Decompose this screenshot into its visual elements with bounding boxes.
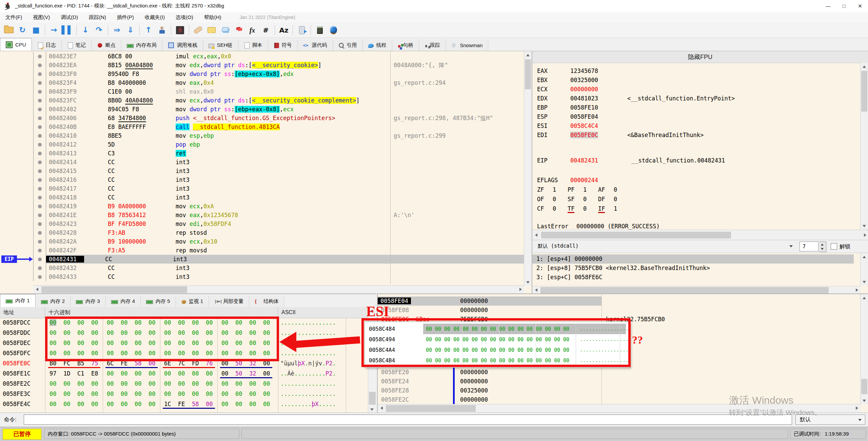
dump-row[interactable]: 0058FE3C00000000000000000000000000000000… [0, 389, 368, 399]
tab-日志[interactable]: 日志 [32, 40, 62, 51]
menu-item[interactable]: 调试(D) [55, 12, 83, 22]
disasm-row[interactable]: 004823F089540D F8mov dword ptr ss:[ebp+e… [33, 70, 524, 78]
disasm-row[interactable]: 00482433CCint3 [33, 272, 524, 281]
disasm-row[interactable]: 004823F9C1E0 00shl eax,0x0 [33, 87, 524, 96]
breakpoint-gutter[interactable] [33, 96, 46, 105]
register-row[interactable]: ESP0058FE04 [532, 113, 861, 122]
args-count-spinner[interactable]: 7 [800, 242, 818, 251]
breakpoint-gutter[interactable] [33, 264, 46, 272]
breakpoint-dot-icon[interactable] [38, 81, 42, 85]
menu-item[interactable]: 文件(F) [0, 12, 27, 22]
menu-item[interactable]: 选项(O) [170, 12, 199, 22]
breakpoint-dot-icon[interactable] [38, 266, 42, 270]
breakpoint-dot-icon[interactable] [38, 72, 42, 76]
globe-icon[interactable] [327, 24, 339, 36]
breakpoint-gutter[interactable] [33, 202, 46, 211]
tab-seh链[interactable]: SEH链 [203, 40, 238, 51]
disasm-row[interactable]: 0048240BE8 BAEFFFFFcall __stdcall_functi… [33, 122, 524, 131]
menu-item[interactable]: 帮助(H) [199, 12, 227, 22]
stack-row[interactable]: 0058FE0800000000 [378, 306, 861, 315]
dump-tab-结构体[interactable]: {结构体 [249, 296, 284, 307]
stack-vscrollbar[interactable] [860, 294, 868, 404]
preferences-icon[interactable] [296, 24, 308, 36]
dump-tab-监视-1[interactable]: 监视 1 [176, 296, 209, 307]
breakpoint-dot-icon[interactable] [38, 205, 42, 208]
breakpoint-dot-icon[interactable] [38, 63, 42, 67]
breakpoint-gutter[interactable] [33, 122, 46, 131]
breakpoint-dot-icon[interactable] [38, 249, 42, 252]
menu-item[interactable]: 插件(P) [112, 12, 139, 22]
hide-fpu-button[interactable]: 隐藏FPU [532, 51, 868, 63]
tab-脚本[interactable]: 脚本 [238, 40, 268, 51]
register-row[interactable]: EBP0058FE10 [532, 104, 861, 113]
run-to-user-code-icon[interactable] [156, 24, 168, 36]
breakpoint-dot-icon[interactable] [38, 240, 42, 244]
register-row[interactable]: ECX00000000 [532, 86, 861, 95]
maximize-button[interactable]: □ [836, 0, 852, 12]
dump-header-address[interactable]: 地址 [0, 307, 45, 318]
breakpoint-dot-icon[interactable] [38, 55, 42, 58]
breakpoint-gutter[interactable] [33, 193, 46, 202]
disasm-row[interactable]: 004823F4B8 04000000mov eax,0x4gs_report.… [33, 78, 524, 87]
registers-vscrollbar[interactable] [860, 63, 868, 230]
stack-row[interactable]: 0058FE2000000000 [378, 368, 861, 377]
register-row[interactable]: EBX00325000 [532, 77, 861, 86]
disasm-row[interactable]: 0048241EB8 78563412mov eax,0x12345678A:'… [33, 211, 524, 219]
comments-icon[interactable] [205, 24, 218, 36]
stack-arg-row[interactable]: 2: [esp+8] 75B5FCB0 <kernel32.BaseThread… [532, 264, 854, 273]
breakpoint-dot-icon[interactable] [38, 160, 42, 164]
args-vscrollbar[interactable] [860, 253, 868, 286]
breakpoint-gutter[interactable] [33, 246, 46, 255]
tab-线程[interactable]: 线程 [363, 40, 392, 51]
disasm-row[interactable]: 00482432CCint3 [33, 264, 524, 272]
breakpoint-dot-icon[interactable] [38, 187, 42, 191]
disasm-row[interactable]: 00482402894C05 F8mov dword ptr ss:[ebp+e… [33, 105, 524, 114]
breakpoint-gutter[interactable] [33, 140, 46, 149]
calling-convention-select[interactable]: 默认 (stdcall) [538, 243, 578, 249]
hash-icon[interactable]: # [260, 24, 272, 36]
breakpoint-gutter[interactable] [33, 211, 46, 219]
execute-till-return-icon[interactable]: ↑ [142, 24, 155, 36]
stack-arg-row[interactable]: 3: [esp+C] 0058FE6C [532, 273, 854, 282]
breakpoint-dot-icon[interactable] [38, 134, 42, 138]
breakpoint-dot-icon[interactable] [38, 116, 42, 120]
open-file-icon[interactable] [3, 24, 15, 36]
breakpoint-dot-icon[interactable] [38, 99, 42, 102]
breakpoint-dot-icon[interactable] [38, 275, 42, 279]
trace-into-icon[interactable]: ⇒ [111, 24, 123, 36]
breakpoint-gutter[interactable] [33, 149, 46, 158]
comment-column-divider[interactable] [390, 51, 391, 284]
tab-源代码[interactable]: <>源代码 [298, 40, 333, 51]
disasm-row[interactable]: 00482418CCint3 [33, 193, 524, 202]
disasm-row[interactable]: 0048242AB9 10000000mov ecx,0x10 [33, 237, 524, 246]
dump-tab-内存-2[interactable]: 内存 2 [36, 296, 71, 307]
run-icon[interactable]: → [48, 24, 60, 36]
register-row[interactable]: EAX12345678 [532, 68, 861, 77]
tab-引用[interactable]: 引用 [333, 40, 363, 51]
dump-tab-内存-1[interactable]: 内存 1 [0, 294, 36, 307]
patches-icon[interactable] [192, 24, 204, 36]
dump-row[interactable]: 0058FE2C00000000000000000000000000000000… [0, 379, 368, 389]
dump-header-ascii[interactable]: ASCII [278, 307, 368, 318]
tab-调用堆栈[interactable]: 调用堆栈 [162, 40, 203, 51]
disasm-row[interactable]: 004823EA8B15 00A04800mov edx,dword ptr d… [33, 61, 524, 70]
close-button[interactable]: ✕ [852, 0, 868, 12]
breakpoint-gutter[interactable] [33, 175, 46, 184]
breakpoint-gutter[interactable] [33, 114, 46, 122]
step-into-icon[interactable]: ↓ [79, 24, 92, 36]
menu-item[interactable]: 视图(V) [27, 12, 55, 22]
dump-tab-内存-5[interactable]: 内存 5 [141, 296, 176, 307]
disasm-row[interactable]: 00482423BF F4FD5800mov edi,0x58FDF4 [33, 219, 524, 228]
breakpoint-dot-icon[interactable] [38, 90, 42, 94]
breakpoint-gutter[interactable] [33, 52, 46, 61]
unlock-checkbox[interactable] [831, 243, 837, 250]
breakpoint-dot-icon[interactable] [38, 257, 42, 261]
breakpoint-gutter[interactable] [33, 255, 46, 264]
dump-tab-局部变量[interactable]: |x=|局部变量 [209, 296, 249, 307]
tab-断点[interactable]: 断点 [92, 40, 121, 51]
disasm-row[interactable]: 0048240668 347B4800push <__stdcall_funct… [33, 114, 524, 122]
disasm-row[interactable]: 00482431CCint3 [33, 255, 524, 264]
disasm-row[interactable]: 004823FC8B0D 40A04800mov ecx,dword ptr d… [33, 96, 524, 105]
disasm-row[interactable]: 004824125Dpop ebp [33, 140, 524, 149]
disasm-row[interactable]: 00482417CCint3 [33, 184, 524, 193]
